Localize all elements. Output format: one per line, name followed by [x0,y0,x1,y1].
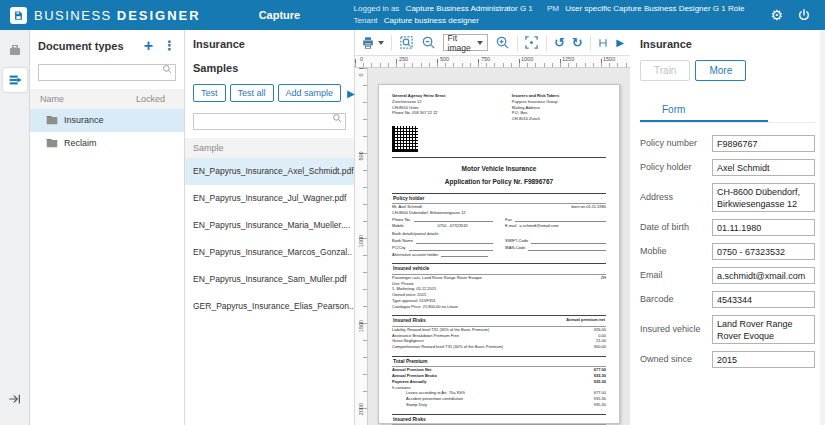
document-types-title: Document types [38,40,144,52]
add-document-type-icon[interactable]: + [144,39,153,53]
power-logout-icon[interactable] [797,8,811,22]
session-info: Logged in as Capture Business Administra… [354,3,757,28]
document-types-search-input[interactable] [38,64,176,81]
sample-list-item[interactable]: EN_Papyrus_Insurance_Marcos_Gonzal.. [185,239,354,266]
logged-in-label: Logged in as [354,4,400,13]
address-input[interactable]: CH-8600 Dübendorf, Birkwiesengasse 12 [712,183,815,212]
insurance-period-section-header: Insured Risks [392,414,606,425]
logged-in-value: Capture Business Administrator G 1 [406,4,533,13]
document-viewer: Fit image ↺ ↻ ▶ 0 250 500 750 1000 [355,30,630,425]
mobile-input[interactable] [712,243,815,260]
form-field-insured-vehicle: Insured vehicle Land Rover Range Rover E… [640,315,815,344]
ruler-label: 1000 [521,56,533,62]
sample-list-item[interactable]: EN_Papyrus_Insurance_Maria_Mueller.... [185,212,354,239]
fit-mode-value: Fit image [448,33,474,53]
viewer-canvas[interactable]: General Agency Heinz Ernst Zürichstrasse… [368,68,630,425]
role-label: PM [547,4,559,13]
zoom-in-button[interactable] [495,35,510,50]
capture-module-icon[interactable] [3,68,27,92]
ruler-label: 1000 [358,231,364,251]
form-field-policy-holder: Policy holder [640,159,815,176]
iban-label: IBAN-Code [505,245,525,251]
more-actions-arrow-icon[interactable]: ▶ [347,88,355,99]
sample-list-header: Sample [185,138,354,158]
field-label: Moblie [640,243,712,256]
swift-label: SWIFT-Code [505,238,528,244]
train-button[interactable]: Train [640,60,690,81]
phone-label: Phone No. [392,217,411,223]
marquee-zoom-icon [399,35,414,50]
vehicle-line: Catalogue Price: 21,800.00 no Lease [392,304,606,310]
samples-search-input[interactable] [193,113,346,130]
sample-list-item[interactable]: EN_Papyrus_Insurance_Axel_Schmidt.pdf [185,158,354,185]
rotate-right-icon[interactable]: ↻ [572,36,583,49]
rotate-left-icon[interactable]: ↺ [554,36,565,49]
field-label: Insured vehicle [640,315,712,334]
zoom-out-button[interactable] [421,35,436,50]
settings-gear-icon[interactable]: ⚙ [770,7,783,23]
tenant-value: Capture business designer [384,16,479,25]
policy-number-input[interactable] [712,135,815,152]
pan-tool-icon[interactable] [597,37,609,49]
sample-list-item[interactable]: GER_Papyrus_Insurance_Elias_Pearson.... [185,293,354,320]
test-button[interactable]: Test [193,84,226,102]
brand-word-business: BUSINESS [34,8,112,23]
form-panel-scrollbar[interactable] [820,30,825,425]
field-label: Address [640,183,712,202]
vehicle-description: Passenger cars, Land Rover Range Rover E… [392,275,482,281]
marquee-zoom-button[interactable] [399,35,414,50]
holder-born: born on 01.11.1980 [572,204,606,210]
form-field-date-of-birth: Date of birth [640,219,815,236]
ruler-label: 750 [481,56,490,62]
bank-name-label: Bank Name [392,238,413,244]
annual-premium-net-header: Annual premium net [566,317,605,324]
fit-mode-select[interactable]: Fit image [443,34,488,51]
agency-phone: Phone No. 058 307 22 22 [392,110,445,116]
sample-column-label: Sample [193,143,224,153]
policy-holder-input[interactable] [712,159,815,176]
ruler-label: 1500 [358,316,364,336]
form-tabbar: Form [640,99,815,123]
samples-search [193,110,346,130]
insured-vehicle-input[interactable]: Land Rover Range Rover Evoque [712,315,815,344]
printer-icon [361,36,375,50]
zoom-out-icon [421,35,436,50]
print-caret-icon [378,41,384,45]
role-value: User specific Capture Business Designer … [565,4,744,13]
field-label: Policy number [640,135,712,148]
insured-risks-section-header: Insured Risks Annual premium net [392,315,606,326]
form-field-mobile: Moblie [640,243,815,260]
email-label: E-mail [505,223,516,229]
form-field-email: Email [640,267,815,284]
samples-panel: Insurance Samples Test Test all Add samp… [185,30,355,425]
document-subtitle: Application for Policy Nr. F9896767 [392,177,606,186]
sample-list-item[interactable]: EN_Papyrus_Insurance_Sam_Muller.pdf [185,266,354,293]
date-of-birth-input[interactable] [712,219,815,236]
fit-to-screen-button[interactable] [524,35,539,50]
document-archive-icon[interactable] [3,38,27,62]
ruler-label: 500 [358,146,364,166]
ruler-label: 2000 [358,399,364,419]
collapse-panel-icon[interactable] [3,387,27,411]
print-button[interactable] [361,36,384,50]
toolbar-more-arrow-icon[interactable]: ▶ [616,37,624,48]
document-types-menu-icon[interactable]: ⋮ [163,38,176,53]
form-field-policy-number: Policy number [640,135,815,152]
doc-type-row-reclaim[interactable]: Reclaim [30,132,184,155]
selected-doc-type-title: Insurance [193,38,346,50]
test-all-button[interactable]: Test all [230,84,274,102]
sample-list-item[interactable]: EN_Papyrus_Insurance_Jul_Wagner.pdf [185,185,354,212]
owned-since-input[interactable] [712,351,815,368]
tab-form[interactable]: Form [640,104,768,122]
add-sample-button[interactable]: Add sample [278,84,342,102]
session-line-2: Tenant Capture business designer [354,15,757,27]
holder-address: CH-8600 Dübendorf, Birkwiesengasse 12 [392,210,606,216]
doc-type-row-insurance[interactable]: Insurance [30,109,184,132]
document-page: General Agency Heinz Ernst Zürichstrasse… [378,84,620,424]
barcode-input[interactable] [712,291,815,308]
more-button[interactable]: More [695,60,746,81]
email-input[interactable] [712,267,815,284]
insured-vehicle-section-header: Insured vehicle [392,263,606,274]
field-label: Owned since [640,351,712,364]
brand-title: BUSINESS DESIGNER [34,8,201,23]
